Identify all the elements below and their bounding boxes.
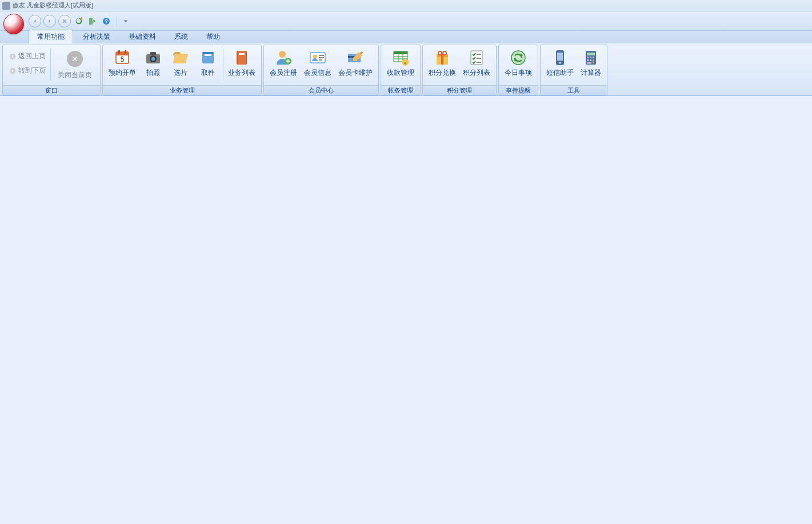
points-exchange-label: 积分兑换 bbox=[429, 68, 456, 78]
svg-rect-34 bbox=[441, 54, 443, 65]
svg-rect-40 bbox=[477, 62, 481, 63]
svg-text:5: 5 bbox=[121, 55, 125, 63]
photo-label: 拍照 bbox=[146, 68, 160, 78]
svg-rect-18 bbox=[239, 53, 245, 55]
close-page-button[interactable]: 关闭当前页 bbox=[52, 46, 98, 83]
separator bbox=[223, 49, 223, 81]
close-icon bbox=[61, 18, 68, 25]
help-button[interactable]: ? bbox=[101, 15, 112, 27]
folder-open-icon bbox=[171, 49, 190, 67]
svg-rect-9 bbox=[125, 50, 126, 54]
select-label: 选片 bbox=[174, 68, 187, 78]
collect-button[interactable]: ¥ 收款管理 bbox=[383, 46, 418, 83]
quick-access-toolbar: ? bbox=[0, 11, 812, 31]
group-window: 返回上页 转到下页 关闭当前页 窗口 bbox=[2, 45, 101, 95]
points-list-button[interactable]: 积分列表 bbox=[459, 46, 494, 83]
svg-rect-39 bbox=[477, 58, 481, 59]
svg-point-36 bbox=[443, 51, 446, 55]
tab-analysis[interactable]: 分析决策 bbox=[74, 30, 119, 43]
svg-rect-25 bbox=[319, 59, 322, 61]
package-icon bbox=[199, 49, 217, 67]
refresh-circle-icon bbox=[509, 49, 527, 67]
svg-rect-43 bbox=[557, 53, 563, 61]
photo-button[interactable]: 拍照 bbox=[139, 46, 167, 83]
business-list-label: 业务列表 bbox=[228, 68, 255, 78]
forward-page-button[interactable]: 转到下页 bbox=[5, 64, 49, 77]
business-list-button[interactable]: 业务列表 bbox=[225, 46, 259, 83]
id-card-icon bbox=[309, 49, 327, 67]
calc-label: 计算器 bbox=[581, 68, 601, 78]
group-title: 事件提醒 bbox=[499, 85, 538, 95]
group-business: 5 预约开单 拍照 选片 取件 业务列表 业务管理 bbox=[102, 45, 262, 95]
group-title: 窗口 bbox=[3, 85, 100, 95]
svg-rect-51 bbox=[590, 59, 591, 61]
pickup-button[interactable]: 取件 bbox=[194, 46, 222, 83]
member-card-label: 会员卡维护 bbox=[338, 68, 373, 78]
member-card-button[interactable]: 会员卡维护 bbox=[335, 46, 376, 83]
close-circle-icon bbox=[67, 51, 83, 67]
user-add-icon bbox=[274, 49, 293, 67]
member-register-label: 会员注册 bbox=[270, 68, 297, 78]
tab-help[interactable]: 帮助 bbox=[198, 30, 229, 43]
sms-button[interactable]: 短信助手 bbox=[543, 46, 577, 83]
app-menu-button[interactable] bbox=[3, 14, 24, 34]
select-button[interactable]: 选片 bbox=[167, 46, 194, 83]
svg-rect-23 bbox=[319, 55, 324, 56]
qat-customize-dropdown[interactable] bbox=[123, 17, 129, 26]
svg-rect-52 bbox=[593, 59, 594, 63]
group-member: 会员注册 会员信息 会员卡维护 会员中心 bbox=[263, 45, 379, 95]
refresh-icon bbox=[74, 17, 83, 26]
group-account: ¥ 收款管理 帐务管理 bbox=[381, 45, 421, 95]
arrow-left-icon bbox=[9, 53, 17, 61]
points-exchange-button[interactable]: 积分兑换 bbox=[425, 46, 459, 83]
arrow-right-icon bbox=[46, 18, 53, 25]
exit-icon bbox=[88, 17, 97, 26]
booking-label: 预约开单 bbox=[109, 68, 136, 78]
tab-common[interactable]: 常用功能 bbox=[29, 30, 73, 43]
calculator-icon bbox=[582, 49, 600, 67]
refresh-button[interactable] bbox=[73, 15, 85, 27]
collect-label: 收款管理 bbox=[387, 68, 414, 78]
member-info-label: 会员信息 bbox=[304, 68, 331, 78]
svg-rect-53 bbox=[587, 62, 591, 64]
exit-button[interactable] bbox=[87, 15, 98, 27]
svg-rect-17 bbox=[238, 51, 246, 65]
svg-rect-46 bbox=[587, 53, 595, 55]
nav-stop-button[interactable] bbox=[58, 15, 71, 27]
svg-rect-29 bbox=[394, 51, 407, 54]
group-title: 帐务管理 bbox=[381, 85, 420, 95]
points-list-label: 积分列表 bbox=[463, 68, 490, 78]
svg-rect-50 bbox=[587, 59, 589, 61]
svg-point-35 bbox=[438, 51, 442, 55]
title-bar: 傲友 儿童影楼经理人[试用版] bbox=[0, 0, 812, 11]
chevron-down-icon bbox=[123, 19, 128, 23]
book-icon bbox=[233, 49, 251, 67]
svg-rect-24 bbox=[319, 57, 324, 58]
booking-button[interactable]: 5 预约开单 bbox=[105, 46, 139, 83]
ribbon: 返回上页 转到下页 关闭当前页 窗口 5 预约开单 bbox=[0, 43, 812, 96]
separator bbox=[117, 16, 117, 26]
member-info-button[interactable]: 会员信息 bbox=[301, 46, 335, 83]
tab-system[interactable]: 系统 bbox=[166, 30, 197, 43]
svg-point-44 bbox=[559, 62, 561, 64]
today-button[interactable]: 今日事项 bbox=[501, 46, 535, 83]
nav-forward-button[interactable] bbox=[43, 15, 56, 27]
help-icon: ? bbox=[102, 17, 111, 26]
window-title: 傲友 儿童影楼经理人[试用版] bbox=[13, 1, 93, 10]
svg-rect-38 bbox=[477, 54, 481, 55]
svg-point-0 bbox=[80, 18, 82, 20]
tab-basedata[interactable]: 基础资料 bbox=[120, 30, 165, 43]
svg-point-14 bbox=[151, 57, 155, 61]
nav-back-button[interactable] bbox=[29, 15, 41, 27]
back-page-button[interactable]: 返回上页 bbox=[5, 50, 49, 63]
svg-text:?: ? bbox=[105, 18, 108, 24]
svg-point-19 bbox=[279, 51, 286, 58]
sms-label: 短信助手 bbox=[546, 68, 574, 78]
svg-rect-1 bbox=[89, 18, 93, 25]
calc-button[interactable]: 计算器 bbox=[577, 46, 605, 83]
card-edit-icon bbox=[346, 49, 365, 67]
back-page-label: 返回上页 bbox=[18, 51, 46, 61]
svg-rect-47 bbox=[587, 57, 589, 58]
member-register-button[interactable]: 会员注册 bbox=[266, 46, 301, 83]
pickup-label: 取件 bbox=[201, 68, 215, 78]
